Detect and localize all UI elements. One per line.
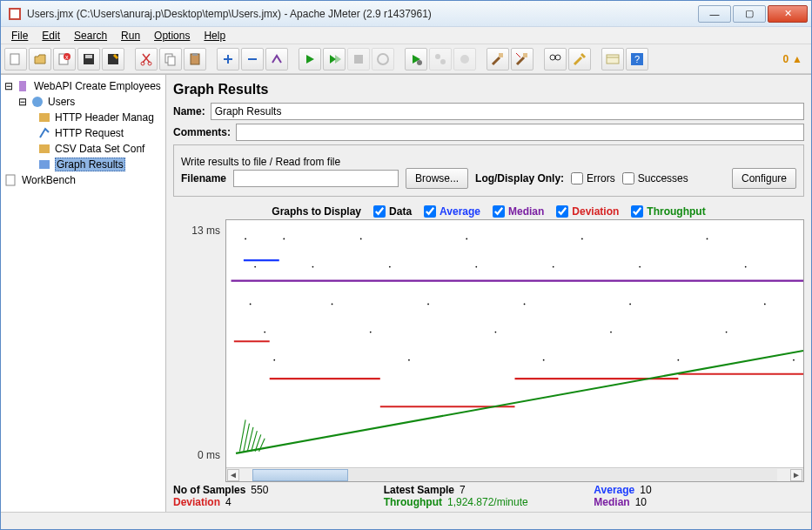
svg-point-23 xyxy=(378,54,388,64)
file-group: Write results to file / Read from file F… xyxy=(173,144,804,197)
svg-marker-3 xyxy=(35,55,45,64)
svg-point-55 xyxy=(360,238,362,240)
copy-icon[interactable] xyxy=(159,48,182,70)
chk-data[interactable]: Data xyxy=(373,205,412,218)
stat-median-k: Median xyxy=(594,496,629,508)
help-icon[interactable]: ? xyxy=(626,48,648,70)
chk-deviation[interactable]: Deviation xyxy=(556,205,619,218)
svg-point-60 xyxy=(312,266,314,268)
close-button[interactable]: ✕ xyxy=(768,5,808,23)
shutdown-remote-icon[interactable] xyxy=(453,48,476,70)
svg-point-54 xyxy=(283,238,285,240)
graphs-to-display: Graphs to Display Data Average Median De… xyxy=(173,205,804,218)
clear-icon[interactable] xyxy=(487,48,509,70)
tree-thread-group[interactable]: ⊟ Users xyxy=(3,94,164,110)
menu-file[interactable]: File xyxy=(6,29,33,43)
svg-marker-19 xyxy=(306,55,314,64)
name-label: Name: xyxy=(173,105,205,117)
expand-icon[interactable] xyxy=(217,48,239,70)
workbench-icon xyxy=(4,173,18,187)
stat-average-k: Average xyxy=(594,484,634,496)
tree-http-request[interactable]: HTTP Request xyxy=(3,125,164,141)
expand-handle[interactable]: ⊟ xyxy=(4,80,13,92)
tree-graph-results[interactable]: Graph Results xyxy=(3,157,164,172)
stat-median-v: 10 xyxy=(635,496,647,508)
toggle-icon[interactable] xyxy=(265,48,288,70)
collapse-icon[interactable] xyxy=(241,48,264,70)
tree-root[interactable]: ⊟ WebAPI Create Employees xyxy=(3,78,164,94)
menu-edit[interactable]: Edit xyxy=(37,29,65,43)
chk-average[interactable]: Average xyxy=(424,205,480,218)
stat-samples-v: 550 xyxy=(251,484,268,496)
svg-line-52 xyxy=(236,351,803,453)
scroll-thumb[interactable] xyxy=(252,469,348,481)
stop-remote-icon[interactable] xyxy=(429,48,452,70)
plot-h-scrollbar[interactable]: ◄ ► xyxy=(226,467,803,481)
svg-point-66 xyxy=(250,304,252,305)
function-helper-icon[interactable] xyxy=(601,48,624,70)
svg-point-77 xyxy=(273,359,275,361)
stats-row: No of Samples550 Latest Sample7 Average1… xyxy=(173,482,804,508)
svg-rect-8 xyxy=(85,55,92,58)
tree-workbench[interactable]: WorkBench xyxy=(3,172,164,188)
menu-options[interactable]: Options xyxy=(149,29,195,43)
shutdown-icon[interactable] xyxy=(372,48,394,70)
app-window: Users.jmx (C:\Users\anuraj.p\Desktop\tem… xyxy=(0,0,812,530)
svg-point-62 xyxy=(475,266,477,268)
comments-field[interactable] xyxy=(236,124,804,141)
svg-point-79 xyxy=(543,359,545,361)
tree-header-manager[interactable]: HTTP Header Manag xyxy=(3,110,164,125)
paste-icon[interactable] xyxy=(184,48,206,70)
search-icon[interactable] xyxy=(544,48,567,70)
clear-all-icon[interactable] xyxy=(511,48,534,70)
tree-csv-data[interactable]: CSV Data Set Conf xyxy=(3,141,164,157)
thread-count: 0 xyxy=(782,53,789,65)
stat-latest-k: Latest Sample xyxy=(384,484,454,496)
scroll-right-arrow[interactable]: ► xyxy=(790,469,802,481)
panel-title: Graph Results xyxy=(173,82,804,97)
svg-point-64 xyxy=(639,266,641,268)
start-no-timers-icon[interactable] xyxy=(323,48,346,70)
minimize-button[interactable]: — xyxy=(698,5,731,23)
chk-throughput[interactable]: Throughput xyxy=(631,205,705,218)
cut-icon[interactable] xyxy=(135,48,158,70)
svg-point-76 xyxy=(726,332,728,333)
svg-point-67 xyxy=(332,304,333,305)
close-template-icon[interactable]: x xyxy=(53,48,76,70)
y-axis: 13 ms 0 ms xyxy=(173,219,225,482)
chk-median[interactable]: Median xyxy=(493,205,544,218)
svg-point-72 xyxy=(264,332,265,333)
browse-button[interactable]: Browse... xyxy=(406,168,468,189)
svg-rect-1 xyxy=(10,10,19,18)
save-icon[interactable] xyxy=(77,48,100,70)
start-remote-icon[interactable] xyxy=(405,48,427,70)
svg-rect-44 xyxy=(6,175,15,185)
new-icon[interactable] xyxy=(4,48,27,70)
toolbar: x ? 0 ▲ xyxy=(1,44,811,74)
svg-rect-43 xyxy=(39,160,50,169)
configure-button[interactable]: Configure xyxy=(732,168,796,189)
scroll-left-arrow[interactable]: ◄ xyxy=(227,469,239,481)
menu-search[interactable]: Search xyxy=(69,29,112,43)
successes-checkbox[interactable]: Successes xyxy=(622,172,688,184)
menu-help[interactable]: Help xyxy=(198,29,231,43)
svg-rect-2 xyxy=(10,54,19,64)
stat-deviation-k: Deviation xyxy=(173,496,220,508)
expand-handle[interactable]: ⊟ xyxy=(18,96,27,108)
save-as-icon[interactable] xyxy=(102,48,124,70)
name-field[interactable] xyxy=(211,103,804,120)
reset-search-icon[interactable] xyxy=(568,48,591,70)
errors-checkbox[interactable]: Errors xyxy=(571,172,615,184)
y-min: 0 ms xyxy=(198,449,220,461)
maximize-button[interactable]: ▢ xyxy=(733,5,766,23)
test-plan-tree[interactable]: ⊟ WebAPI Create Employees ⊟ Users HTTP H… xyxy=(1,75,166,512)
filename-field[interactable] xyxy=(233,170,399,187)
titlebar: Users.jmx (C:\Users\anuraj.p\Desktop\tem… xyxy=(1,1,811,27)
stop-icon[interactable] xyxy=(347,48,370,70)
svg-marker-21 xyxy=(335,55,341,64)
svg-point-40 xyxy=(32,97,43,107)
menu-run[interactable]: Run xyxy=(116,29,145,43)
start-icon[interactable] xyxy=(299,48,321,70)
svg-point-65 xyxy=(745,266,747,268)
open-icon[interactable] xyxy=(29,48,51,70)
